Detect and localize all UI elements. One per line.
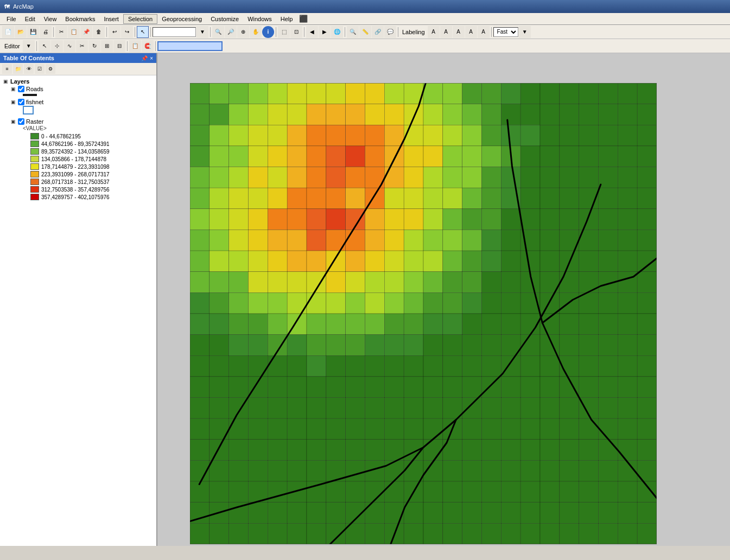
- legend-item-7: 312,7503538 - 357,4289756: [17, 186, 154, 193]
- back-extent-button[interactable]: ◀: [306, 26, 318, 38]
- edit-tool-button[interactable]: ↖: [39, 40, 50, 52]
- roads-layer-name: Roads: [26, 86, 43, 92]
- menu-geoprocessing[interactable]: Geoprocessing: [157, 15, 206, 23]
- map-canvas: [190, 83, 657, 544]
- zoom-full-button[interactable]: ⊕: [237, 26, 249, 38]
- menu-file[interactable]: File: [2, 15, 21, 23]
- labeling-btn1[interactable]: A: [428, 26, 440, 38]
- full-extent-button[interactable]: 🌐: [331, 26, 343, 38]
- roads-symbol: [10, 94, 154, 96]
- sep6: [276, 27, 276, 37]
- title-bar: 🗺 ArcMap: [0, 0, 730, 13]
- raster-layer-row: ▣ Raster: [10, 118, 154, 125]
- save-button[interactable]: 💾: [27, 26, 39, 38]
- table-of-contents: Table Of Contents 📌 × ≡ 📁 👁 ☑ ⚙ ▣ Layers: [0, 53, 157, 546]
- roads-visibility-checkbox[interactable]: [18, 86, 24, 92]
- labeling-btn4[interactable]: A: [465, 26, 477, 38]
- legend-item-6: 268,0717318 - 312,7503537: [17, 178, 154, 186]
- reshape-button[interactable]: ∿: [64, 40, 75, 52]
- sep9: [398, 27, 398, 37]
- speed-dropdown[interactable]: Fast: [493, 27, 518, 37]
- forward-extent-button[interactable]: ▶: [319, 26, 331, 38]
- sep4: [150, 27, 151, 37]
- labeling-btn3[interactable]: A: [453, 26, 465, 38]
- menu-help[interactable]: Help: [276, 15, 297, 23]
- toc-content: ▣ Layers ▣ Roads: [0, 75, 156, 546]
- fishnet-layer-row: ▣ fishnet: [10, 98, 154, 106]
- pan-button[interactable]: ✋: [250, 26, 262, 38]
- legend-item-4: 178,7144879 - 223,3931098: [17, 163, 154, 170]
- toc-pin-button[interactable]: 📌: [141, 55, 148, 61]
- toc-list-by-visibility[interactable]: 👁: [24, 64, 34, 74]
- legend-range-6: 268,0717318 - 312,7503537: [41, 179, 110, 185]
- layers-expand[interactable]: ▣: [3, 79, 9, 84]
- legend-swatch-0: [30, 133, 39, 139]
- html-popup-button[interactable]: 💬: [384, 26, 396, 38]
- redo-button[interactable]: ↪: [121, 26, 133, 38]
- undo-button[interactable]: ↩: [109, 26, 120, 38]
- labeling-btn2[interactable]: A: [440, 26, 452, 38]
- active-layer-input[interactable]: [157, 41, 223, 51]
- raster-legend-label: <VALUE>: [17, 125, 154, 131]
- snapping-button[interactable]: 🧲: [142, 40, 154, 52]
- raster-visibility-checkbox[interactable]: [18, 118, 24, 125]
- roads-expand[interactable]: ▣: [11, 86, 16, 92]
- identify-button[interactable]: i: [262, 26, 274, 38]
- fishnet-visibility-checkbox[interactable]: [18, 99, 24, 105]
- map-area[interactable]: [157, 53, 730, 546]
- legend-range-1: 44,67862196 - 89,35724391: [41, 141, 110, 147]
- legend-swatch-4: [30, 163, 39, 170]
- attribute-button[interactable]: 📋: [129, 40, 141, 52]
- toc-options[interactable]: ⚙: [46, 64, 55, 74]
- roads-line-symbol: [23, 94, 37, 96]
- toc-list-by-selection[interactable]: ☑: [35, 64, 45, 74]
- sep1: [53, 27, 54, 37]
- menu-insert[interactable]: Insert: [99, 15, 123, 23]
- select-features-button[interactable]: ⬚: [278, 26, 290, 38]
- toc-close-button[interactable]: ×: [150, 55, 153, 61]
- measure-button[interactable]: 📏: [359, 26, 371, 38]
- scale-input[interactable]: 1:5 210: [153, 27, 196, 37]
- print-button[interactable]: 🖨: [40, 26, 52, 38]
- menu-windows[interactable]: Windows: [243, 15, 276, 23]
- sep3: [135, 27, 135, 37]
- main-area: Table Of Contents 📌 × ≡ 📁 👁 ☑ ⚙ ▣ Layers: [0, 53, 730, 546]
- legend-swatch-7: [30, 186, 39, 193]
- menu-customize[interactable]: Customize: [206, 15, 243, 23]
- fishnet-polygon-symbol: [23, 106, 34, 114]
- zoom-in-button[interactable]: 🔍: [212, 26, 224, 38]
- copy-button[interactable]: 📋: [68, 26, 80, 38]
- legend-swatch-5: [30, 171, 39, 177]
- menu-bar: File Edit View Bookmarks Insert Selectio…: [0, 13, 730, 25]
- menu-view[interactable]: View: [40, 15, 61, 23]
- rotate-button[interactable]: ↻: [88, 40, 100, 52]
- editor-dropdown[interactable]: ▼: [23, 40, 35, 52]
- paste-button[interactable]: 📌: [80, 26, 92, 38]
- edit-vertices-button[interactable]: ⊹: [51, 40, 63, 52]
- scale-dropdown[interactable]: ▼: [196, 26, 208, 38]
- mirror-button[interactable]: ⊟: [113, 40, 125, 52]
- scale-tool-button[interactable]: ⊞: [101, 40, 113, 52]
- cut-button[interactable]: ✂: [55, 26, 67, 38]
- pointer-button[interactable]: ↖: [137, 26, 149, 38]
- open-button[interactable]: 📂: [15, 26, 27, 38]
- fishnet-expand[interactable]: ▣: [11, 99, 16, 105]
- menu-selection[interactable]: Selection: [123, 14, 157, 24]
- speed-setting-button[interactable]: ▼: [519, 26, 531, 38]
- labeling-btn5[interactable]: A: [478, 26, 490, 38]
- toc-list-by-drawing-order[interactable]: ≡: [2, 64, 12, 74]
- menu-edit[interactable]: Edit: [21, 15, 40, 23]
- layers-group: ▣ Layers ▣ Roads: [2, 78, 154, 201]
- delete-button[interactable]: 🗑: [93, 26, 105, 38]
- find-button[interactable]: 🔍: [347, 26, 359, 38]
- layers-group-label: Layers: [10, 78, 29, 85]
- toc-controls: 📌 ×: [141, 55, 153, 61]
- clear-selection-button[interactable]: ⊡: [290, 26, 302, 38]
- zoom-out-button[interactable]: 🔎: [225, 26, 237, 38]
- raster-expand[interactable]: ▣: [11, 119, 16, 124]
- menu-bookmarks[interactable]: Bookmarks: [61, 15, 99, 23]
- toc-list-by-source[interactable]: 📁: [13, 64, 23, 74]
- new-button[interactable]: 📄: [2, 26, 14, 38]
- hyperlink-button[interactable]: 🔗: [372, 26, 384, 38]
- split-button[interactable]: ✂: [76, 40, 88, 52]
